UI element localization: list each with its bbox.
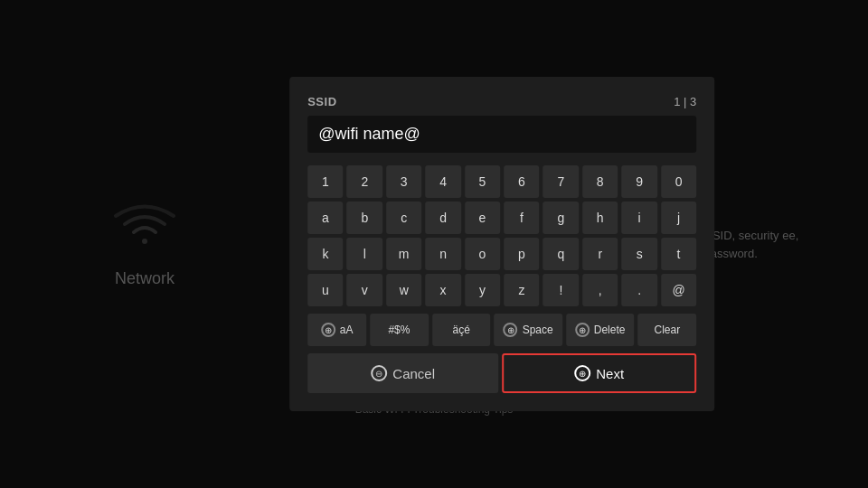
key-j[interactable]: j [661,202,696,234]
case-toggle-icon: ⊕ [321,323,335,337]
clear-button[interactable]: Clear [637,314,696,346]
key-w[interactable]: w [386,274,421,306]
cancel-icon: ⊖ [371,365,387,381]
key-4[interactable]: 4 [425,165,460,198]
cancel-label: Cancel [392,366,435,381]
key-c[interactable]: c [386,202,421,234]
symbols-button[interactable]: #$% [370,314,429,346]
special-chars-button[interactable]: äçé [432,314,491,346]
space-button[interactable]: ⊕ Space [495,314,562,346]
dialog-title: SSID [307,95,336,108]
dialog-header: SSID 1 | 3 [307,95,696,108]
key-q[interactable]: q [543,238,579,270]
special-chars-label: äçé [453,324,470,336]
key-b[interactable]: b [347,202,382,234]
case-toggle-button[interactable]: ⊕ aA [307,314,366,346]
key-x[interactable]: x [425,274,460,306]
key-at[interactable]: @ [661,274,696,306]
key-t[interactable]: t [661,238,696,270]
key-n[interactable]: n [425,238,460,270]
key-o[interactable]: o [465,238,500,270]
key-row-numbers: 1 2 3 4 5 6 7 8 9 0 [307,165,696,198]
key-3[interactable]: 3 [386,165,421,198]
action-row: ⊕ aA #$% äçé ⊕ Space ⊕ Delete Clear [307,314,696,346]
delete-label: Delete [594,324,626,336]
key-f[interactable]: f [504,202,539,234]
key-h[interactable]: h [582,202,618,234]
delete-button[interactable]: ⊕ Delete [566,314,635,346]
delete-icon: ⊕ [575,323,590,337]
key-s[interactable]: s [621,238,656,270]
key-period[interactable]: . [621,274,656,306]
key-d[interactable]: d [425,202,460,234]
next-button[interactable]: ⊕ Next [502,353,696,393]
key-r[interactable]: r [582,238,618,270]
key-k[interactable]: k [307,238,343,270]
keyboard: 1 2 3 4 5 6 7 8 9 0 a b c d e f g h i j … [307,165,696,346]
key-p[interactable]: p [504,238,539,270]
key-a[interactable]: a [307,202,343,234]
key-row-u-at: u v w x y z ! , . @ [307,274,696,306]
key-l[interactable]: l [347,238,382,270]
key-m[interactable]: m [386,238,421,270]
key-8[interactable]: 8 [582,165,618,198]
key-9[interactable]: 9 [621,165,656,198]
key-i[interactable]: i [621,202,656,234]
ssid-input-display[interactable]: @wifi name@ [307,116,696,153]
key-5[interactable]: 5 [465,165,500,198]
button-row: ⊖ Cancel ⊕ Next [307,353,696,393]
key-row-a-j: a b c d e f g h i j [307,202,696,234]
key-1[interactable]: 1 [307,165,343,198]
next-label: Next [596,366,624,381]
dialog-step: 1 | 3 [674,95,696,108]
key-u[interactable]: u [307,274,343,306]
space-icon: ⊕ [504,323,518,337]
key-6[interactable]: 6 [504,165,539,198]
clear-label: Clear [654,324,680,336]
key-exclaim[interactable]: ! [543,274,579,306]
key-g[interactable]: g [543,202,579,234]
key-0[interactable]: 0 [661,165,696,198]
key-y[interactable]: y [465,274,500,306]
network-label: Network [115,269,175,288]
key-2[interactable]: 2 [347,165,382,198]
next-icon: ⊕ [574,365,590,381]
key-7[interactable]: 7 [543,165,579,198]
space-label: Space [523,324,553,336]
symbols-label: #$% [388,324,410,336]
key-e[interactable]: e [465,202,500,234]
key-v[interactable]: v [347,274,382,306]
cancel-button[interactable]: ⊖ Cancel [307,353,498,393]
key-z[interactable]: z [504,274,539,306]
case-toggle-label: aA [340,324,354,336]
ssid-input-value: @wifi name@ [318,125,420,144]
key-comma[interactable]: , [582,274,618,306]
key-row-k-t: k l m n o p q r s t [307,238,696,270]
ssid-dialog: SSID 1 | 3 @wifi name@ 1 2 3 4 5 6 7 8 9… [289,77,714,411]
